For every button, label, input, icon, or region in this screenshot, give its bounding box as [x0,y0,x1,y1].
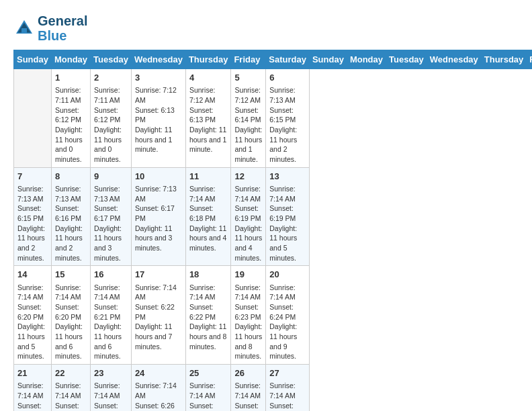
day-number: 23 [94,367,128,379]
day-cell: 25Sunrise: 7:14 AMSunset: 6:27 PMDayligh… [185,365,231,411]
header-row: SundayMondayTuesdayWednesdayThursdayFrid… [14,50,533,69]
day-number: 18 [189,269,228,281]
day-info: Sunrise: 7:14 AMSunset: 6:27 PMDaylight:… [189,381,228,411]
day-cell: 16Sunrise: 7:14 AMSunset: 6:21 PMDayligh… [91,266,132,365]
day-info: Sunrise: 7:13 AMSunset: 6:17 PMDaylight:… [135,184,182,253]
day-cell: 26Sunrise: 7:14 AMSunset: 6:27 PMDayligh… [231,365,266,411]
day-info: Sunrise: 7:12 AMSunset: 6:13 PMDaylight:… [135,85,182,154]
day-info: Sunrise: 7:14 AMSunset: 6:24 PMDaylight:… [269,283,306,362]
col-header-friday: Friday [231,50,266,69]
day-number: 7 [17,171,48,183]
day-number: 5 [234,72,262,84]
col-header-thursday: Thursday [481,50,527,69]
logo-name-blue: Blue [38,28,87,43]
day-info: Sunrise: 7:14 AMSunset: 6:23 PMDaylight:… [234,283,262,362]
week-row-4: 21Sunrise: 7:14 AMSunset: 6:24 PMDayligh… [14,365,533,411]
day-info: Sunrise: 7:14 AMSunset: 6:25 PMDaylight:… [55,381,87,411]
day-cell: 24Sunrise: 7:14 AMSunset: 6:26 PMDayligh… [131,365,185,411]
day-number: 13 [269,171,306,183]
day-info: Sunrise: 7:14 AMSunset: 6:19 PMDaylight:… [234,184,262,263]
day-info: Sunrise: 7:14 AMSunset: 6:19 PMDaylight:… [269,184,306,263]
day-cell: 1Sunrise: 7:11 AMSunset: 6:12 PMDaylight… [51,69,90,168]
week-row-2: 7Sunrise: 7:13 AMSunset: 6:15 PMDaylight… [14,167,533,266]
day-info: Sunrise: 7:14 AMSunset: 6:18 PMDaylight:… [189,184,228,253]
col-header-tuesday: Tuesday [386,50,427,69]
day-cell: 23Sunrise: 7:14 AMSunset: 6:26 PMDayligh… [91,365,132,411]
day-number: 21 [17,367,48,379]
day-cell: 22Sunrise: 7:14 AMSunset: 6:25 PMDayligh… [51,365,90,411]
day-number: 6 [269,72,306,84]
day-number: 24 [135,367,182,379]
col-header-tuesday: Tuesday [91,50,132,69]
day-info: Sunrise: 7:12 AMSunset: 6:14 PMDaylight:… [234,85,262,165]
day-info: Sunrise: 7:13 AMSunset: 6:16 PMDaylight:… [55,184,87,263]
day-cell: 20Sunrise: 7:14 AMSunset: 6:24 PMDayligh… [266,266,310,365]
day-cell: 8Sunrise: 7:13 AMSunset: 6:16 PMDaylight… [51,167,90,266]
day-cell: 17Sunrise: 7:14 AMSunset: 6:22 PMDayligh… [131,266,185,365]
day-info: Sunrise: 7:13 AMSunset: 6:15 PMDaylight:… [17,184,48,263]
day-info: Sunrise: 7:13 AMSunset: 6:15 PMDaylight:… [269,85,306,165]
col-header-monday: Monday [51,50,90,69]
day-info: Sunrise: 7:13 AMSunset: 6:17 PMDaylight:… [94,184,128,263]
day-info: Sunrise: 7:14 AMSunset: 6:27 PMDaylight:… [234,381,262,411]
day-number: 22 [55,367,87,379]
day-cell: 7Sunrise: 7:13 AMSunset: 6:15 PMDaylight… [14,167,52,266]
day-number: 3 [135,72,182,84]
day-number: 14 [17,269,48,281]
logo: General Blue [13,13,87,43]
day-number: 10 [135,171,182,183]
day-cell: 2Sunrise: 7:11 AMSunset: 6:12 PMDaylight… [91,69,132,168]
day-number: 1 [55,72,87,84]
day-cell: 9Sunrise: 7:13 AMSunset: 6:17 PMDaylight… [91,167,132,266]
logo-icon [13,17,35,39]
day-cell: 11Sunrise: 7:14 AMSunset: 6:18 PMDayligh… [185,167,231,266]
day-info: Sunrise: 7:14 AMSunset: 6:20 PMDaylight:… [55,283,87,362]
day-info: Sunrise: 7:14 AMSunset: 6:22 PMDaylight:… [189,283,228,352]
day-number: 11 [189,171,228,183]
day-info: Sunrise: 7:14 AMSunset: 6:28 PMDaylight:… [269,381,306,411]
day-info: Sunrise: 7:12 AMSunset: 6:13 PMDaylight:… [189,85,228,154]
day-info: Sunrise: 7:14 AMSunset: 6:21 PMDaylight:… [94,283,128,362]
day-cell: 12Sunrise: 7:14 AMSunset: 6:19 PMDayligh… [231,167,266,266]
day-cell: 6Sunrise: 7:13 AMSunset: 6:15 PMDaylight… [266,69,310,168]
col-header-wednesday: Wednesday [427,50,481,69]
col-header-wednesday: Wednesday [131,50,185,69]
day-cell: 15Sunrise: 7:14 AMSunset: 6:20 PMDayligh… [51,266,90,365]
day-info: Sunrise: 7:11 AMSunset: 6:12 PMDaylight:… [55,85,87,165]
day-number: 20 [269,269,306,281]
day-info: Sunrise: 7:11 AMSunset: 6:12 PMDaylight:… [94,85,128,165]
calendar-table: SundayMondayTuesdayWednesdayThursdayFrid… [13,50,532,411]
day-cell: 21Sunrise: 7:14 AMSunset: 6:24 PMDayligh… [14,365,52,411]
day-cell: 18Sunrise: 7:14 AMSunset: 6:22 PMDayligh… [185,266,231,365]
day-number: 25 [189,367,228,379]
day-cell: 19Sunrise: 7:14 AMSunset: 6:23 PMDayligh… [231,266,266,365]
day-number: 2 [94,72,128,84]
day-cell: 13Sunrise: 7:14 AMSunset: 6:19 PMDayligh… [266,167,310,266]
svg-rect-2 [21,28,27,34]
col-header-sunday: Sunday [309,50,347,69]
day-number: 26 [234,367,262,379]
day-number: 16 [94,269,128,281]
col-header-monday: Monday [347,50,386,69]
day-number: 4 [189,72,228,84]
day-number: 27 [269,367,306,379]
day-number: 15 [55,269,87,281]
week-row-3: 14Sunrise: 7:14 AMSunset: 6:20 PMDayligh… [14,266,533,365]
day-number: 19 [234,269,262,281]
day-cell: 10Sunrise: 7:13 AMSunset: 6:17 PMDayligh… [131,167,185,266]
day-info: Sunrise: 7:14 AMSunset: 6:24 PMDaylight:… [17,381,48,411]
col-header-thursday: Thursday [185,50,231,69]
day-info: Sunrise: 7:14 AMSunset: 6:22 PMDaylight:… [135,283,182,352]
day-cell: 27Sunrise: 7:14 AMSunset: 6:28 PMDayligh… [266,365,310,411]
day-info: Sunrise: 7:14 AMSunset: 6:20 PMDaylight:… [17,283,48,362]
day-cell: 4Sunrise: 7:12 AMSunset: 6:13 PMDaylight… [185,69,231,168]
logo-name-general: General [38,13,87,28]
day-number: 17 [135,269,182,281]
day-cell: 3Sunrise: 7:12 AMSunset: 6:13 PMDaylight… [131,69,185,168]
day-cell: 5Sunrise: 7:12 AMSunset: 6:14 PMDaylight… [231,69,266,168]
week-row-1: 1Sunrise: 7:11 AMSunset: 6:12 PMDaylight… [14,69,533,168]
col-header-saturday: Saturday [266,50,310,69]
day-number: 12 [234,171,262,183]
col-header-sunday: Sunday [14,50,52,69]
day-info: Sunrise: 7:14 AMSunset: 6:26 PMDaylight:… [135,381,182,411]
